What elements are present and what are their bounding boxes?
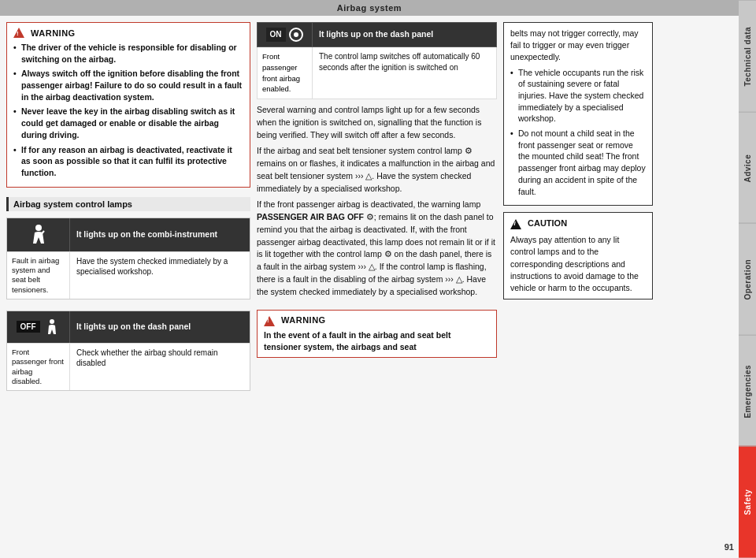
on-data-label: Front passenger front airbag enabled. [258,47,313,99]
svg-point-0 [35,225,42,231]
content-area: WARNING The driver of the vehicle is res… [0,16,739,558]
right-warning-text-top: belts may not trigger correctly, may fai… [510,28,646,64]
right-warning-item-2: Do not mount a child seat in the front p… [510,128,646,197]
tab-operation[interactable]: Operation [739,223,756,335]
warning-list: The driver of the vehicle is responsible… [13,42,243,179]
middle-para-3: If the front passenger airbag is deactiv… [257,199,497,298]
lamp-row-header-1: It lights up on the combi-instrument [7,218,250,251]
lamp-desc-cell-1: It lights up on the combi-instrument [70,218,250,251]
lamp-data-row-1: Fault in airbag system and seat belt ten… [7,251,250,299]
warning-item-4: If for any reason an airbag is deactivat… [13,144,243,179]
on-panel-desc: It lights up on the dash panel [313,23,496,46]
warning-item-2-bold: Always switch off the ignition before di… [21,69,242,101]
caution-header: CAUTION [510,218,646,230]
warning-item-3-bold: Never leave the key in the airbag disabl… [21,106,235,139]
tab-safety[interactable]: Safety [739,446,756,558]
warning-item-2: Always switch off the ignition before di… [13,68,243,102]
off-badge-group: OFF [17,318,61,336]
on-badge-group: ON [266,27,304,43]
page-number: 91 [724,542,734,552]
tab-emergencies[interactable]: Emergencies [739,335,756,447]
lamp-icon-cell-2: OFF [7,311,70,343]
warning-item-3: Never leave the key in the airbag disabl… [13,106,243,140]
warning-bottom-text: In the event of a fault in the airbag an… [264,329,490,352]
right-warning-list: The vehicle occupants run the risk of su… [510,67,646,198]
main-content: Airbag system WARNING The driver of the … [0,0,739,558]
right-warning-box: belts may not trigger correctly, may fai… [503,22,653,206]
seatbelt-icon [27,223,50,247]
lamp-data-icon-2: Front passenger front airbag disabled. [7,344,70,390]
on-badge: ON [266,28,286,43]
page-title: Airbag system [337,3,402,13]
lamp-table-1: It lights up on the combi-instrument Fau… [6,218,250,299]
lamp-data-text-2: Check whether the airbag should remain d… [70,344,250,390]
warning-triangle-icon [13,28,24,38]
lamp-data-text-1: Have the system checked immediately by a… [70,252,250,299]
middle-column: ON It lights up on the dash panel Front … [257,22,497,552]
on-panel-wrapper: ON It lights up on the dash panel Front … [257,22,497,99]
airbag-person-icon [43,318,61,336]
on-indicator-icon [288,27,304,43]
lamp-row-header-2: OFF It lights up on the dash panel [7,311,250,343]
on-panel: ON It lights up on the dash panel [257,22,497,47]
caution-box: CAUTION Always pay attention to any lit … [503,212,653,299]
warning-bottom-header: WARNING [264,314,490,327]
tab-technical-data[interactable]: Technical data [739,0,756,112]
on-data-row: Front passenger front airbag enabled. Th… [257,47,497,99]
passenger-airbag-label: PASSENGER AIR BAG OFF [257,212,364,221]
warning-bottom-icon [264,316,275,326]
page-header: Airbag system [0,0,739,16]
svg-point-1 [50,319,54,324]
warning-box: WARNING The driver of the vehicle is res… [6,22,250,188]
warning-bottom: WARNING In the event of a fault in the a… [257,310,497,357]
lamp-icon-cell-1 [7,218,70,251]
on-panel-icon: ON [258,23,313,46]
middle-para-2: If the airbag and seat belt tensioner sy… [257,145,497,195]
lamp-desc-cell-2: It lights up on the dash panel [70,311,250,343]
warning-title: WARNING [31,28,76,38]
tab-advice[interactable]: Advice [739,112,756,224]
caution-title: CAUTION [528,218,567,230]
middle-text: Several warning and control lamps light … [257,104,497,302]
warning-item-1: The driver of the vehicle is responsible… [13,42,243,65]
warning-header: WARNING [13,28,243,38]
caution-icon [510,219,521,229]
side-tabs: Technical data Advice Operation Emergenc… [739,0,756,558]
right-warning-item-1: The vehicle occupants run the risk of su… [510,67,646,125]
warning-bottom-title: WARNING [281,314,326,327]
right-column: belts may not trigger correctly, may fai… [503,22,653,552]
caution-text: Always pay attention to any lit control … [510,234,646,294]
warning-item-1-bold: The driver of the vehicle is responsible… [21,43,237,64]
lamp-data-row-2: Front passenger front airbag disabled. C… [7,343,250,390]
warning-bottom-strong: In the event of a fault in the airbag an… [264,330,450,352]
svg-point-3 [294,32,298,37]
lamp-data-icon-1: Fault in airbag system and seat belt ten… [7,252,70,299]
lamp-table-2: OFF It lights up on the dash panel Front… [6,311,250,391]
off-badge: OFF [17,321,40,333]
left-column: WARNING The driver of the vehicle is res… [6,22,250,552]
section-title: Airbag system control lamps [6,197,250,211]
middle-para-1: Several warning and control lamps light … [257,104,497,141]
on-data-text: The control lamp switches off automatica… [313,47,496,99]
warning-item-4-bold: If for any reason an airbag is deactivat… [21,145,232,177]
